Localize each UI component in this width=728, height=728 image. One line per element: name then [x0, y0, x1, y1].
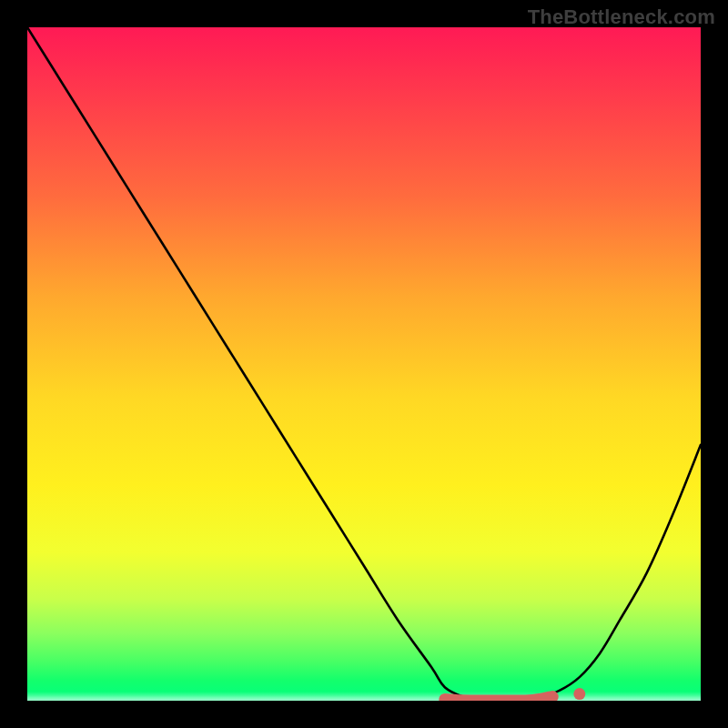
bottom-dot [573, 688, 585, 700]
chart-svg [27, 27, 701, 701]
main-curve-path [27, 27, 701, 701]
bottom-marker-path [445, 697, 552, 701]
chart-plot-area [27, 27, 701, 701]
watermark-label: TheBottleneck.com [528, 5, 715, 29]
